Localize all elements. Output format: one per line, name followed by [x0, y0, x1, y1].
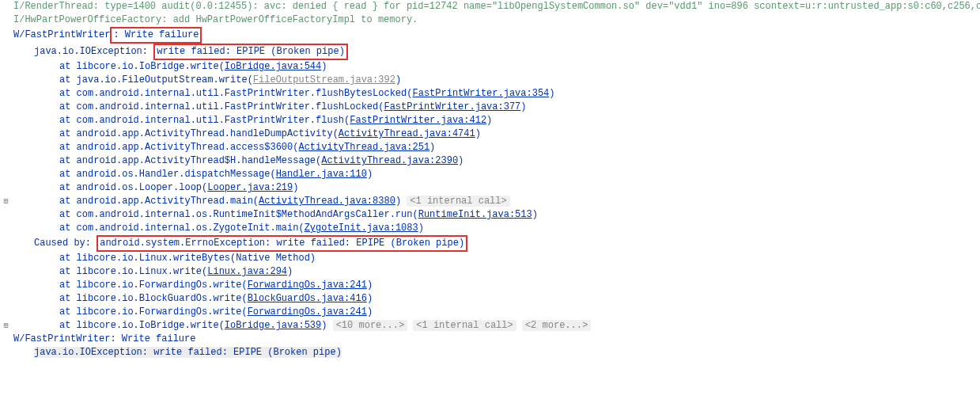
expand-icon[interactable]: ⊞	[0, 195, 12, 208]
source-link[interactable]: Handler.java:110	[276, 169, 367, 180]
log-line: ⊞at libcore.io.IoBridge.write(IoBridge.j…	[0, 319, 980, 333]
log-text: at android.app.ActivityThread.main(Activ…	[12, 195, 980, 208]
log-text: I/RenderThread: type=1400 audit(0.0:1245…	[12, 0, 980, 13]
log-text: at java.io.FileOutputStream.write(FileOu…	[12, 74, 980, 87]
log-text: at android.os.Handler.dispatchMessage(Ha…	[12, 168, 980, 181]
source-link[interactable]: ActivityThread.java:2390	[321, 155, 458, 166]
log-line: at libcore.io.BlockGuardOs.write(BlockGu…	[0, 292, 980, 306]
logcat-output: I/RenderThread: type=1400 audit(0.0:1245…	[0, 0, 980, 359]
log-text: at libcore.io.ForwardingOs.write(Forward…	[12, 306, 980, 319]
log-line: W/FastPrintWriter: Write failure	[0, 27, 980, 44]
fold-badge[interactable]: <10 more...>	[333, 320, 407, 331]
log-line: java.io.IOException: write failed: EPIPE…	[0, 346, 980, 359]
log-line: ⊞at android.app.ActivityThread.main(Acti…	[0, 195, 980, 208]
source-link[interactable]: IoBridge.java:544	[225, 61, 321, 72]
log-line: at libcore.io.Linux.write(Linux.java:294…	[0, 265, 980, 279]
source-link[interactable]: BlockGuardOs.java:416	[248, 293, 367, 304]
source-link[interactable]: Looper.java:219	[207, 182, 293, 193]
log-line: at android.os.Looper.loop(Looper.java:21…	[0, 181, 980, 195]
source-link[interactable]: FastPrintWriter.java:412	[350, 115, 486, 126]
log-line: at libcore.io.IoBridge.write(IoBridge.ja…	[0, 60, 980, 74]
error-highlight: : Write failure	[110, 27, 202, 44]
log-text: W/FastPrintWriter: Write failure	[12, 27, 980, 44]
log-line: I/HwPartPowerOfficeFactory: add HwPartPo…	[0, 13, 980, 27]
log-text: W/FastPrintWriter: Write failure	[12, 333, 980, 346]
error-highlight: android.system.ErrnoException: write fai…	[96, 235, 467, 252]
log-text: at libcore.io.IoBridge.write(IoBridge.ja…	[12, 319, 980, 333]
log-text: at libcore.io.BlockGuardOs.write(BlockGu…	[12, 292, 980, 306]
log-text: at libcore.io.Linux.write(Linux.java:294…	[12, 265, 980, 279]
log-line: at com.android.internal.util.FastPrintWr…	[0, 101, 980, 114]
log-line: at libcore.io.Linux.writeBytes(Native Me…	[0, 252, 980, 265]
source-link[interactable]: ZygoteInit.java:1083	[305, 223, 418, 234]
source-link[interactable]: ActivityThread.java:251	[298, 142, 429, 153]
log-text: at com.android.internal.os.RuntimeInit$M…	[12, 208, 980, 222]
log-text: java.io.IOException: write failed: EPIPE…	[12, 44, 980, 60]
error-highlight: write failed: EPIPE (Broken pipe)	[153, 44, 348, 60]
log-text: Caused by: android.system.ErrnoException…	[12, 235, 980, 252]
log-text: at android.app.ActivityThread$H.handleMe…	[12, 154, 980, 168]
log-text: java.io.IOException: write failed: EPIPE…	[12, 346, 980, 359]
source-link[interactable]: Linux.java:294	[207, 266, 287, 277]
log-line: at android.app.ActivityThread.access$360…	[0, 141, 980, 154]
log-line: I/RenderThread: type=1400 audit(0.0:1245…	[0, 0, 980, 13]
log-text: at com.android.internal.util.FastPrintWr…	[12, 87, 980, 101]
log-text: at android.os.Looper.loop(Looper.java:21…	[12, 181, 980, 195]
log-line: at android.os.Handler.dispatchMessage(Ha…	[0, 168, 980, 181]
log-line: W/FastPrintWriter: Write failure	[0, 333, 980, 346]
log-text: at com.android.internal.util.FastPrintWr…	[12, 114, 980, 127]
log-text: at libcore.io.Linux.writeBytes(Native Me…	[12, 252, 980, 265]
log-line: at libcore.io.ForwardingOs.write(Forward…	[0, 279, 980, 292]
expand-icon[interactable]: ⊞	[0, 319, 12, 333]
source-link[interactable]: ForwardingOs.java:241	[248, 280, 367, 291]
fold-badge[interactable]: <1 internal call>	[407, 196, 509, 207]
source-link[interactable]: ActivityThread.java:4741	[339, 128, 475, 139]
fold-badge[interactable]: <2 more...>	[522, 320, 591, 331]
log-line: at com.android.internal.os.RuntimeInit$M…	[0, 208, 980, 222]
log-text: at libcore.io.ForwardingOs.write(Forward…	[12, 279, 980, 292]
log-line: at android.app.ActivityThread$H.handleMe…	[0, 154, 980, 168]
log-text: at com.android.internal.os.ZygoteInit.ma…	[12, 222, 980, 235]
log-text: I/HwPartPowerOfficeFactory: add HwPartPo…	[12, 13, 980, 27]
log-text: at com.android.internal.util.FastPrintWr…	[12, 101, 980, 114]
log-text: at libcore.io.IoBridge.write(IoBridge.ja…	[12, 60, 980, 74]
log-line: at java.io.FileOutputStream.write(FileOu…	[0, 74, 980, 87]
source-link[interactable]: FileOutputStream.java:392	[253, 74, 395, 86]
fold-badge[interactable]: <1 internal call>	[413, 320, 516, 331]
log-line: at libcore.io.ForwardingOs.write(Forward…	[0, 306, 980, 319]
source-link[interactable]: FastPrintWriter.java:354	[412, 88, 549, 99]
source-link[interactable]: FastPrintWriter.java:377	[384, 101, 520, 112]
source-link[interactable]: ActivityThread.java:8380	[259, 196, 395, 207]
source-link[interactable]: ForwardingOs.java:241	[248, 306, 367, 318]
log-line: Caused by: android.system.ErrnoException…	[0, 235, 980, 252]
log-line: at com.android.internal.util.FastPrintWr…	[0, 87, 980, 101]
source-link[interactable]: RuntimeInit.java:513	[418, 209, 532, 220]
log-line: at com.android.internal.util.FastPrintWr…	[0, 114, 980, 127]
log-line: at com.android.internal.os.ZygoteInit.ma…	[0, 222, 980, 235]
source-link[interactable]: IoBridge.java:539	[225, 320, 321, 331]
log-line: at android.app.ActivityThread.handleDump…	[0, 127, 980, 141]
log-text: at android.app.ActivityThread.access$360…	[12, 141, 980, 154]
log-line: java.io.IOException: write failed: EPIPE…	[0, 44, 980, 60]
log-text: at android.app.ActivityThread.handleDump…	[12, 127, 980, 141]
